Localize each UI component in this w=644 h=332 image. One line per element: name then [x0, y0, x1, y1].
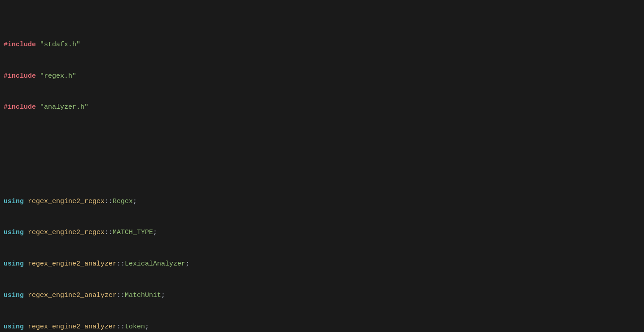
code-line-8: using regex_engine2_analyzer::LexicalAna…: [0, 259, 644, 269]
code-line-9: using regex_engine2_analyzer::MatchUnit;: [0, 290, 644, 301]
code-line-3: #include "analyzer.h": [0, 102, 644, 112]
code-line-6: using regex_engine2_regex::Regex;: [0, 196, 644, 207]
code-line-5: [0, 165, 644, 175]
code-line-1: #include "stdafx.h": [0, 40, 644, 50]
code-line-4: [0, 133, 644, 144]
code-line-7: using regex_engine2_regex::MATCH_TYPE;: [0, 227, 644, 238]
code-editor: #include "stdafx.h" #include "regex.h" #…: [0, 4, 644, 332]
code-line-2: #include "regex.h": [0, 71, 644, 81]
code-line-10: using regex_engine2_analyzer::token;: [0, 322, 644, 332]
